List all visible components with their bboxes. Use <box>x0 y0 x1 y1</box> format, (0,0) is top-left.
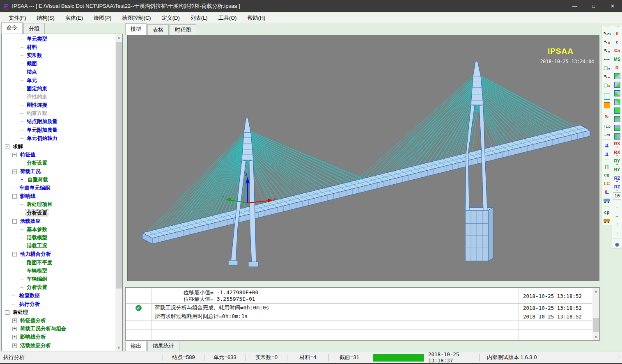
output-scrollbar[interactable]: ∧ ∨ <box>592 288 599 340</box>
tree-item[interactable]: 结点 <box>2 68 115 76</box>
menu-item[interactable]: 绘图控制(C) <box>117 13 156 23</box>
tree-item[interactable]: 基本参数 <box>2 225 115 234</box>
tab-命令[interactable]: 命令 <box>1 22 23 34</box>
toolbar-grip[interactable]: ⋯ <box>602 25 611 29</box>
tree-item[interactable]: +特征值分析 <box>2 316 115 325</box>
collapse-icon[interactable]: − <box>12 252 17 256</box>
tree-item[interactable]: 分析设置 <box>2 159 115 167</box>
toolbar-grip[interactable]: ⋯ <box>602 158 611 162</box>
tab-表格[interactable]: 表格 <box>147 24 169 35</box>
tab-输出[interactable]: 输出 <box>125 341 147 351</box>
title-bar[interactable]: IP IPSAA --- [ E:\Visual Basic Dot NET\I… <box>0 0 622 12</box>
select-element-pointer-icon[interactable]: ↖e <box>602 46 611 55</box>
pan-right-button[interactable]: → <box>613 211 622 220</box>
maximize-button[interactable]: □ <box>584 0 603 12</box>
collapse-icon[interactable]: − <box>12 219 17 224</box>
tree-item[interactable]: 实常数 <box>2 51 115 60</box>
rotate-step-input[interactable]: 10 <box>613 192 621 199</box>
rotate-z-plus-button[interactable]: RZ+ <box>613 175 622 184</box>
rotate-view-icon[interactable]: ↻ <box>602 112 611 121</box>
tree-item[interactable]: +自重荷载 <box>2 176 115 184</box>
collapse-icon[interactable]: − <box>12 194 17 199</box>
select-node-pointer-icon[interactable]: ↖n <box>602 37 611 46</box>
view-cube-iso-2-icon[interactable] <box>613 80 622 89</box>
load-ci-icon[interactable]: ↓CI <box>602 130 611 138</box>
load-scale-icon[interactable]: ↓1.0 <box>602 121 611 130</box>
tree-item[interactable]: −求解 <box>2 142 115 151</box>
tree-item[interactable]: 截面 <box>2 60 115 68</box>
vehicle-icon[interactable] <box>602 196 611 205</box>
collapse-icon[interactable]: − <box>12 169 17 174</box>
tree-item[interactable]: 车道单元编组 <box>2 184 115 192</box>
tree-item[interactable]: −特征值 <box>2 151 115 159</box>
output-row[interactable] <box>126 321 592 330</box>
show-loads-icon[interactable]: ⇊ <box>602 141 611 150</box>
tree-item[interactable]: 活载模型 <box>2 234 115 242</box>
tab-结果统计[interactable]: 结果统计 <box>147 341 179 351</box>
lc-icon[interactable]: LC <box>602 179 611 188</box>
close-button[interactable]: ✕ <box>603 0 622 12</box>
tree-item[interactable]: 车辆模型 <box>2 267 115 275</box>
toolbar-grip[interactable]: ⋯ <box>613 25 622 29</box>
tree-item[interactable]: 刚性连接 <box>2 101 115 110</box>
tree-item[interactable]: 检查数据 <box>2 292 115 300</box>
tree-item[interactable]: −活载效应 <box>2 217 115 225</box>
scroll-up-icon[interactable]: ∧ <box>115 34 122 41</box>
scroll-down-icon[interactable]: ∨ <box>115 344 122 351</box>
tab-模型[interactable]: 模型 <box>125 23 147 35</box>
tree-item[interactable]: +活载效应分析 <box>2 341 115 350</box>
expand-icon[interactable]: + <box>20 178 24 182</box>
tree-item[interactable]: 路面不平度 <box>2 259 115 267</box>
globe-icon[interactable]: ◉ <box>613 240 622 248</box>
view-cube-iso-3-icon[interactable] <box>613 89 622 98</box>
menu-item[interactable]: 实体(E) <box>60 13 88 23</box>
tree-item[interactable]: +荷载工况分析与组合 <box>2 325 115 333</box>
menu-item[interactable]: 工具(O) <box>213 13 242 23</box>
collapse-icon[interactable]: − <box>5 310 9 315</box>
box-select-elements-icon[interactable]: ▢● <box>602 63 611 72</box>
il-icon[interactable]: IL <box>602 188 611 196</box>
solid-view-icon[interactable] <box>602 101 611 110</box>
model-viewport[interactable]: ZYX IPSAA 2018-10-25 13:24:04 <box>127 35 599 281</box>
rotate-y-plus-button[interactable]: RY+ <box>613 158 622 167</box>
menu-item[interactable]: 帮助(H) <box>242 13 271 23</box>
select-pointer-ci-icon[interactable]: ↖CI <box>602 29 611 37</box>
box-select-nodes-icon[interactable]: ▢● <box>602 80 611 89</box>
tree-item[interactable]: 活载工况 <box>2 242 115 250</box>
pan-down-button[interactable]: ↓ <box>613 228 622 237</box>
tab-分组[interactable]: 分组 <box>23 23 45 34</box>
tree-item[interactable]: −荷载工况 <box>2 167 115 176</box>
vehicle-group-icon[interactable] <box>602 216 611 225</box>
tree-item[interactable]: 固定约束 <box>2 85 115 93</box>
minimize-button[interactable]: — <box>565 0 584 12</box>
tree-item[interactable]: 单元类型 <box>2 35 115 43</box>
show-load-values-icon[interactable]: ⇊ <box>602 150 611 158</box>
cp-icon[interactable]: cp <box>602 208 611 216</box>
tab-时程图[interactable]: 时程图 <box>170 24 196 35</box>
output-row[interactable] <box>126 330 592 338</box>
menu-item[interactable]: 结构(S) <box>32 13 60 23</box>
rotate-z-minus-button[interactable]: RZ− <box>613 184 622 192</box>
tree-item[interactable]: −后处理 <box>2 308 115 316</box>
scroll-down-icon[interactable]: ∨ <box>592 333 599 340</box>
pick-node-icon[interactable]: ↖● <box>602 72 611 80</box>
view-cube-iso-4-icon[interactable] <box>613 98 622 106</box>
output-row[interactable] <box>126 338 592 341</box>
tree-item[interactable]: 结点附加质量 <box>2 118 115 126</box>
tree-item[interactable]: +影响线分析 <box>2 333 115 341</box>
tree-item[interactable]: 单元初始轴力 <box>2 134 115 142</box>
tree-item[interactable]: 车辆编组 <box>2 275 115 283</box>
tree-item[interactable]: 执行分析 <box>2 300 115 308</box>
expand-icon[interactable]: + <box>12 327 17 331</box>
rigid-link-icon[interactable]: R <box>613 63 622 72</box>
view-cube-front-icon[interactable] <box>613 106 622 115</box>
output-row[interactable]: 所有求解过程耗用时间总计=0h:0m:1s2018-10-25 13:18:52 <box>126 312 592 321</box>
constraint-icon[interactable]: Ca <box>613 46 622 55</box>
menu-item[interactable]: 定义(D) <box>156 13 185 23</box>
ms-icon[interactable]: MS <box>613 55 622 63</box>
rotate-x-minus-button[interactable]: RX− <box>613 149 622 158</box>
tree-item[interactable]: 材料 <box>2 43 115 51</box>
node-number-icon[interactable]: n <box>613 29 622 37</box>
collapse-icon[interactable]: − <box>12 153 17 157</box>
tree-item[interactable]: 分析设置 <box>2 209 115 217</box>
